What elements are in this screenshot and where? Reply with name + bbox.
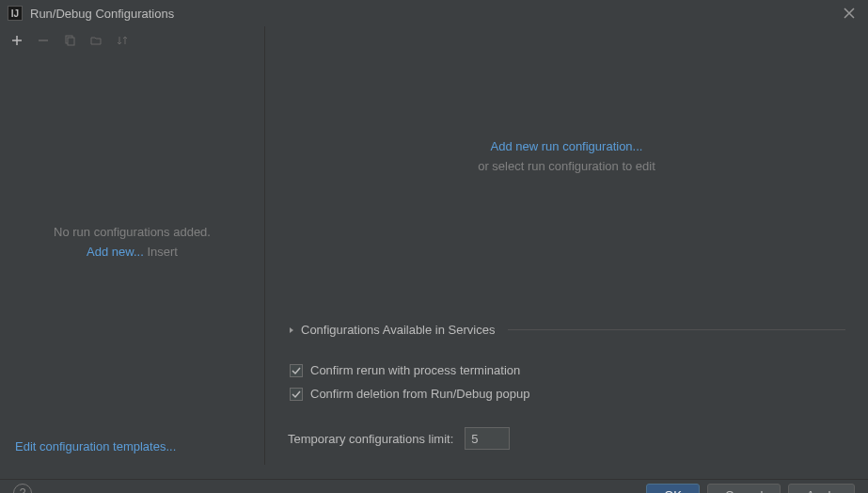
services-section-header[interactable]: Configurations Available in Services [288,323,845,337]
folder-icon[interactable] [87,31,105,50]
ok-button[interactable]: OK [646,484,700,493]
add-new-config-link[interactable]: Add new run configuration... [491,139,643,153]
button-bar: ? OK Cancel Apply [0,479,868,493]
right-panel: Add new run configuration... or select r… [265,26,868,465]
sort-icon[interactable] [113,31,132,50]
right-top: Add new run configuration... or select r… [265,26,868,323]
confirm-deletion-row: Confirm deletion from Run/Debug popup [290,387,845,401]
section-title: Configurations Available in Services [301,323,495,337]
copy-icon[interactable] [60,31,79,50]
close-icon[interactable] [838,2,860,24]
separator-line [508,329,845,330]
svg-rect-1 [68,38,74,45]
confirm-rerun-row: Confirm rerun with process termination [290,363,845,377]
app-icon: IJ [8,6,23,21]
empty-state: No run configurations added. Add new... … [0,55,264,428]
remove-icon[interactable] [34,31,53,50]
empty-hint: Add new... Insert [87,245,178,259]
apply-button[interactable]: Apply [788,484,855,493]
add-new-hint: Insert [147,245,178,259]
empty-message: No run configurations added. [54,225,211,239]
left-bottom: Edit configuration templates... [0,428,264,465]
config-toolbar [0,26,264,55]
temp-limit-input[interactable] [465,427,510,450]
temp-limit-row: Temporary configurations limit: [288,427,845,450]
temp-limit-label: Temporary configurations limit: [288,432,453,446]
titlebar: IJ Run/Debug Configurations [0,0,868,26]
edit-templates-link[interactable]: Edit configuration templates... [15,439,176,453]
add-new-link[interactable]: Add new... [87,245,144,259]
or-select-text: or select run configuration to edit [478,159,655,173]
confirm-rerun-label: Confirm rerun with process termination [310,363,520,377]
cancel-button[interactable]: Cancel [707,484,781,493]
chevron-right-icon [288,326,295,334]
window-title: Run/Debug Configurations [30,7,838,21]
left-panel: No run configurations added. Add new... … [0,26,265,465]
right-bottom: Configurations Available in Services Con… [265,323,868,465]
help-icon[interactable]: ? [13,484,32,493]
add-icon[interactable] [8,31,26,50]
confirm-deletion-checkbox[interactable] [290,388,303,401]
main-area: No run configurations added. Add new... … [0,26,868,465]
confirm-deletion-label: Confirm deletion from Run/Debug popup [310,387,529,401]
confirm-rerun-checkbox[interactable] [290,364,303,377]
